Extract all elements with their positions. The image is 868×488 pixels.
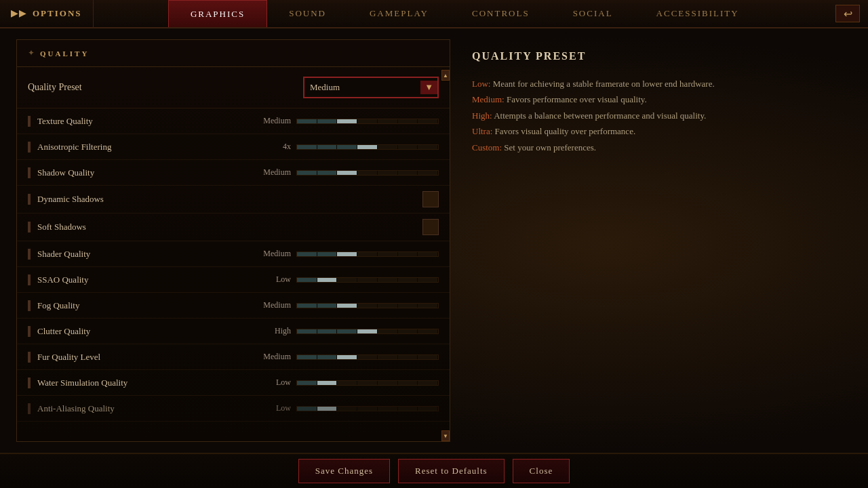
setting-indicator — [28, 249, 31, 260]
slider-segment-empty — [418, 355, 438, 359]
slider-segment-empty — [398, 171, 418, 175]
setting-indicator — [28, 274, 31, 285]
reset-defaults-button[interactable]: Reset to Defaults — [398, 459, 505, 483]
slider-thumb — [337, 119, 357, 123]
slider-segment-empty — [378, 329, 398, 333]
slider[interactable] — [296, 116, 439, 127]
setting-value: Medium — [257, 300, 291, 310]
desc-highlight: Custom: — [472, 142, 502, 152]
slider-segment-filled — [317, 252, 338, 256]
slider-segment-filled — [317, 329, 338, 333]
bottom-bar: Save Changes Reset to Defaults Close — [0, 453, 868, 488]
slider-track — [296, 170, 439, 176]
setting-indicator — [28, 378, 31, 388]
slider-segment-empty — [357, 278, 378, 282]
setting-name: Soft Shadows — [37, 222, 422, 232]
setting-row: Water Simulation QualityLow — [17, 370, 450, 396]
slider-segment-filled — [297, 304, 317, 308]
settings-list: Texture QualityMediumAnisotropic Filteri… — [17, 108, 450, 422]
setting-indicator — [28, 352, 31, 363]
scroll-up-button[interactable]: ▲ — [441, 70, 450, 81]
slider-segment-filled — [297, 355, 317, 359]
setting-checkbox[interactable] — [422, 219, 439, 235]
setting-row: Texture QualityMedium — [17, 108, 450, 134]
slider-thumb — [337, 171, 357, 175]
dropdown-arrow-icon: ▼ — [420, 81, 437, 94]
settings-panel: ✦ QUALITY ▲ Quality Preset Medium ▼ Text… — [16, 39, 450, 442]
setting-name: Texture Quality — [37, 116, 257, 127]
setting-row: Dynamic Shadows — [17, 186, 450, 214]
slider[interactable] — [296, 326, 439, 337]
slider-segment-empty — [357, 304, 378, 308]
slider-segment-filled — [337, 145, 357, 149]
slider-thumb — [357, 329, 378, 333]
quality-preset-dropdown[interactable]: Medium ▼ — [303, 77, 439, 98]
setting-value: Medium — [257, 167, 291, 178]
nav-logo-label: OPTIONS — [33, 8, 82, 19]
setting-name: Shader Quality — [37, 249, 257, 260]
slider-segment-empty — [418, 329, 438, 333]
slider-segment-empty — [398, 304, 418, 308]
scroll-down-button[interactable]: ▼ — [441, 430, 450, 441]
tab-social[interactable]: SOCIAL — [551, 0, 635, 27]
setting-row: Shader QualityMedium — [17, 241, 450, 267]
description-panel: QUALITY PRESET Low: Meant for achieving … — [461, 39, 852, 442]
setting-indicator — [28, 116, 31, 127]
desc-highlight: Low: — [472, 79, 490, 89]
slider-segment-filled — [297, 278, 317, 282]
slider-segment-filled — [297, 119, 317, 123]
close-button[interactable]: Close — [513, 459, 570, 483]
slider-segment-empty — [378, 278, 398, 282]
tab-accessibility[interactable]: ACCESSIBILITY — [635, 0, 761, 27]
slider-segment-empty — [337, 381, 357, 385]
setting-name: Anisotropic Filtering — [37, 142, 257, 152]
tab-graphics[interactable]: GRAPHICS — [168, 0, 267, 27]
slider-segment-filled — [317, 304, 338, 308]
nav-back-button[interactable]: ↩ — [835, 5, 860, 22]
setting-indicator — [28, 222, 31, 232]
slider-thumb — [317, 407, 338, 411]
nav-logo[interactable]: ▶▶ OPTIONS — [0, 0, 94, 27]
tab-sound[interactable]: SOUND — [267, 0, 348, 27]
slider-segment-empty — [378, 119, 398, 123]
slider[interactable] — [296, 300, 439, 311]
slider-thumb — [317, 381, 338, 385]
tab-controls[interactable]: CONTROLS — [450, 0, 551, 27]
slider[interactable] — [296, 249, 439, 260]
slider-segment-empty — [357, 381, 378, 385]
slider-track — [296, 354, 439, 360]
setting-row: Shadow QualityMedium — [17, 160, 450, 186]
setting-indicator — [28, 300, 31, 311]
slider[interactable] — [296, 403, 439, 414]
setting-row: Fur Quality LevelMedium — [17, 344, 450, 370]
slider-track — [296, 406, 439, 411]
slider-segment-empty — [357, 119, 378, 123]
setting-indicator — [28, 194, 31, 205]
quality-preset-row: Quality Preset Medium ▼ — [17, 67, 450, 108]
slider-segment-filled — [317, 119, 338, 123]
slider[interactable] — [296, 167, 439, 178]
setting-value: 4x — [257, 142, 291, 152]
setting-checkbox[interactable] — [422, 191, 439, 207]
save-changes-button[interactable]: Save Changes — [298, 459, 390, 483]
setting-value: Low — [257, 274, 291, 285]
slider-track — [296, 380, 439, 386]
slider[interactable] — [296, 378, 439, 388]
slider-segment-empty — [337, 407, 357, 411]
slider[interactable] — [296, 142, 439, 152]
arrow-icon: ▶▶ — [11, 8, 27, 19]
slider-segment-filled — [297, 381, 317, 385]
slider[interactable] — [296, 352, 439, 363]
slider-segment-filled — [297, 329, 317, 333]
slider-segment-empty — [398, 407, 418, 411]
tab-gameplay[interactable]: GAMEPLAY — [348, 0, 450, 27]
slider-segment-empty — [357, 171, 378, 175]
setting-name: Clutter Quality — [37, 326, 257, 337]
slider[interactable] — [296, 274, 439, 285]
scroll-area[interactable]: Quality Preset Medium ▼ Texture QualityM… — [17, 67, 450, 439]
slider-segment-empty — [378, 304, 398, 308]
slider-thumb — [337, 252, 357, 256]
slider-segment-empty — [378, 407, 398, 411]
slider-segment-empty — [418, 252, 438, 256]
slider-segment-filled — [337, 329, 357, 333]
